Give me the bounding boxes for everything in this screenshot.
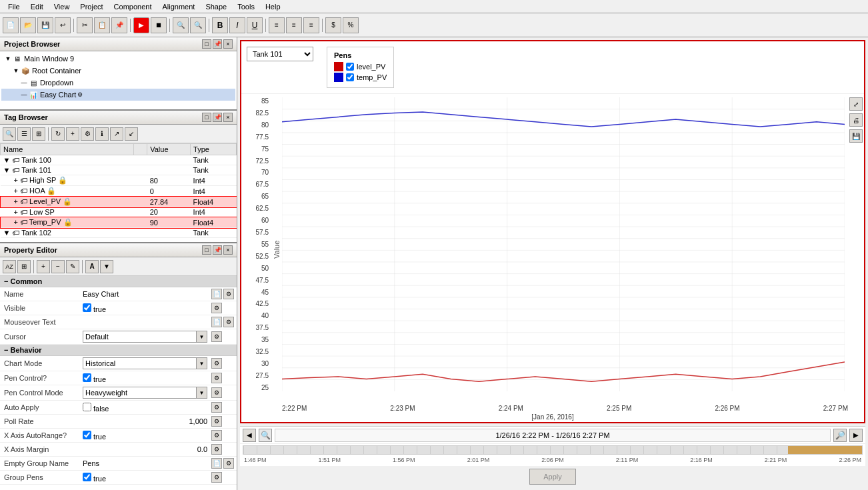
prop-chartmode-arrow[interactable]: ▼: [196, 358, 207, 369]
prop-add[interactable]: +: [37, 260, 50, 273]
prop-editor-minimize[interactable]: □: [202, 245, 211, 255]
menu-alignment[interactable]: Alignment: [157, 1, 200, 12]
toolbar-cut[interactable]: ✂: [77, 17, 93, 33]
prop-pencontrolmode-arrow[interactable]: ▼: [196, 387, 207, 398]
tree-item-easychart[interactable]: — 📊 Easy Chart ⚙: [1, 89, 235, 101]
tag-view-btn[interactable]: ☰: [17, 127, 31, 141]
tree-expand-dropdown[interactable]: —: [20, 79, 28, 87]
tag-info-btn[interactable]: ℹ: [95, 127, 109, 141]
tag-row-highsp[interactable]: + 🏷 High SP 🔒 80 Int4: [1, 175, 237, 186]
prop-visible-checkbox[interactable]: [83, 303, 91, 312]
menu-help[interactable]: Help: [260, 1, 286, 12]
prop-pollrate-value[interactable]: 1,000: [80, 415, 210, 429]
prop-autoapply-value[interactable]: false: [80, 401, 210, 415]
prop-cursor-binding-btn[interactable]: ⚙: [211, 331, 222, 342]
project-browser-close[interactable]: ×: [223, 39, 233, 49]
prop-chartmode-value[interactable]: Historical ▼: [80, 356, 210, 371]
prop-cursor-value[interactable]: Default ▼: [80, 329, 210, 345]
timeline-next-btn[interactable]: ▶: [849, 429, 863, 442]
prop-sort-type[interactable]: ⊞: [17, 260, 31, 273]
chart-expand-btn[interactable]: ⤢: [849, 97, 863, 111]
chart-print-btn[interactable]: 🖨: [849, 113, 863, 127]
tag-grid-btn[interactable]: ⊞: [32, 127, 45, 141]
prop-grouppens-value[interactable]: true: [80, 471, 210, 485]
prop-name-binding-btn[interactable]: ⚙: [223, 289, 234, 299]
timeline-prev-btn[interactable]: ◀: [243, 429, 256, 442]
tag-row-tank101[interactable]: ▼ 🏷 Tank 101 Tank: [1, 165, 237, 175]
prop-editor-pin[interactable]: 📌: [213, 245, 222, 255]
prop-editor-close[interactable]: ×: [223, 245, 233, 255]
pen-check-levelpv[interactable]: [346, 63, 354, 71]
prop-xmargin-binding-btn[interactable]: ⚙: [211, 444, 222, 455]
toolbar-open[interactable]: 📂: [20, 17, 36, 33]
toolbar-bold[interactable]: B: [212, 17, 228, 33]
prop-remove[interactable]: −: [51, 260, 65, 273]
toolbar-new[interactable]: 📄: [3, 17, 19, 33]
tree-expand-easychart[interactable]: —: [20, 91, 28, 99]
toolbar-zoom-out[interactable]: 🔍: [190, 17, 206, 33]
toolbar-zoom-in[interactable]: 🔍: [173, 17, 189, 33]
prop-pencontrolmode-value[interactable]: Heavyweight ▼: [80, 385, 210, 401]
tag-row-lowsp[interactable]: + 🏷 Low SP 20 Int4: [1, 207, 237, 217]
tree-expand-root[interactable]: ▼: [12, 67, 20, 75]
prop-mouseover-binding-btn[interactable]: ⚙: [223, 317, 234, 327]
menu-component[interactable]: Component: [109, 1, 157, 12]
menu-file[interactable]: File: [3, 1, 25, 12]
apply-button[interactable]: Apply: [529, 469, 576, 485]
pen-check-temppv[interactable]: [346, 73, 354, 81]
prop-emptygroupname-edit-btn[interactable]: 📄: [211, 458, 222, 469]
prop-autoapply-checkbox[interactable]: [83, 403, 91, 411]
toolbar-underline[interactable]: U: [247, 17, 263, 33]
tree-item-rootcontainer[interactable]: ▼ 📦 Root Container: [1, 65, 235, 77]
prop-cursor-arrow[interactable]: ▼: [196, 331, 207, 342]
toolbar-paste[interactable]: 📌: [111, 17, 127, 33]
prop-pencontrolmode-binding-btn[interactable]: ⚙: [211, 387, 222, 398]
prop-cursor-dropdown[interactable]: Default ▼: [83, 331, 207, 343]
prop-edit[interactable]: ✎: [66, 260, 79, 273]
toolbar-align-center[interactable]: ≡: [286, 17, 302, 33]
chart-save-btn[interactable]: 💾: [849, 129, 863, 143]
tag-row-hoa[interactable]: + 🏷 HOA 🔒 0 Int4: [1, 186, 237, 197]
prop-name-value[interactable]: Easy Chart: [80, 287, 210, 301]
tag-settings-btn[interactable]: ⚙: [81, 127, 94, 141]
tag-import-btn[interactable]: ↙: [125, 127, 138, 141]
tag-row-tank100[interactable]: ▼ 🏷 Tank 100 Tank: [1, 155, 237, 165]
prop-pollrate-binding-btn[interactable]: ⚙: [211, 416, 222, 427]
project-browser-pin[interactable]: 📌: [213, 39, 222, 49]
toolbar-run[interactable]: ▶: [133, 17, 149, 33]
prop-xautorange-checkbox[interactable]: [83, 431, 91, 439]
prop-pencontrol-binding-btn[interactable]: ⚙: [211, 373, 222, 383]
prop-visible-value[interactable]: true: [80, 301, 210, 315]
menu-project[interactable]: Project: [75, 1, 108, 12]
tag-export-btn[interactable]: ↗: [110, 127, 123, 141]
prop-xautorange-binding-btn[interactable]: ⚙: [211, 430, 222, 441]
tag-refresh-btn[interactable]: ↻: [51, 127, 65, 141]
prop-xmargin-value[interactable]: 0.0: [80, 443, 210, 457]
prop-name-edit-btn[interactable]: 📄: [211, 289, 222, 299]
prop-grouppens-checkbox[interactable]: [83, 473, 91, 481]
tree-item-dropdown[interactable]: — ▤ Dropdown: [1, 77, 235, 89]
toolbar-percent[interactable]: %: [343, 17, 359, 33]
prop-more[interactable]: ▼: [100, 260, 113, 273]
prop-mouseover-value[interactable]: [80, 315, 210, 329]
toolbar-copy[interactable]: 📋: [94, 17, 110, 33]
timeline-track[interactable]: [243, 445, 863, 455]
prop-pencontrolmode-dropdown[interactable]: Heavyweight ▼: [83, 387, 207, 399]
prop-chartmode-dropdown[interactable]: Historical ▼: [83, 357, 207, 369]
prop-grouppens-binding-btn[interactable]: ⚙: [211, 472, 222, 483]
tree-item-mainwindow[interactable]: ▼ 🖥 Main Window 9: [1, 53, 235, 65]
prop-sort-az[interactable]: AZ: [3, 260, 16, 273]
timeline-magnify-btn[interactable]: 🔎: [833, 429, 847, 442]
tag-col-type[interactable]: Type: [191, 144, 237, 155]
toolbar-save[interactable]: 💾: [37, 17, 53, 33]
prop-chartmode-binding-btn[interactable]: ⚙: [211, 358, 222, 369]
prop-autoapply-binding-btn[interactable]: ⚙: [211, 402, 222, 413]
prop-emptygroupname-binding-btn[interactable]: ⚙: [223, 458, 234, 469]
tag-browser-pin[interactable]: 📌: [213, 113, 222, 122]
tank-selector[interactable]: Tank 101 Tank 100 Tank 102: [247, 47, 313, 61]
chart-plot[interactable]: [282, 94, 848, 405]
menu-view[interactable]: View: [49, 1, 75, 12]
tag-row-temppv[interactable]: + 🏷 Temp_PV 🔒 90 Float4: [1, 217, 237, 228]
timeline-zoom-glass[interactable]: 🔍: [259, 429, 272, 442]
prop-pencontrol-value[interactable]: true: [80, 371, 210, 385]
